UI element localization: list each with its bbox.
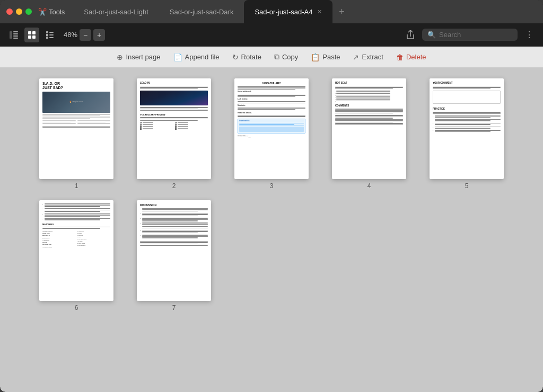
insert-page-icon: ⊕ [117,53,123,61]
grid-view-button[interactable] [24,28,39,42]
page-number-6: 6 [75,304,78,311]
toolbar: 48% − + 🔍 ⋮ [0,23,543,47]
actions-bar: ⊕ Insert page 📄 Append file ↻ Rotate ⧉ C… [0,47,543,68]
zoom-area: 48% − + [64,29,105,41]
page-item-1[interactable]: S.A.D. ORJUST SAD? 🔥 campfire scene [33,78,120,190]
scissors-icon: ✂️ [38,8,47,16]
zoom-out-button[interactable]: − [80,29,91,41]
add-tab-button[interactable]: + [335,4,349,19]
copy-button[interactable]: ⧉ Copy [274,52,298,61]
page-item-6[interactable]: 5. 6. 7. 8. MATCHING [33,200,120,311]
page-number-7: 7 [172,304,176,311]
page-thumb-2: LEAD-IN VOCABULARY PREVIEW [137,78,211,179]
page-thumb-3: VOCABULARY Social withdrawal: Lack of dr… [234,78,309,179]
search-icon: 🔍 [427,31,436,39]
page-number-2: 2 [172,182,176,190]
svg-rect-14 [49,37,54,38]
traffic-lights [6,8,32,15]
svg-rect-2 [13,33,18,34]
svg-rect-9 [46,31,48,33]
append-file-icon: 📄 [173,53,182,61]
page-item-3[interactable]: VOCABULARY Social withdrawal: Lack of dr… [228,78,315,190]
extract-icon: ↗ [353,53,359,61]
search-box: 🔍 [422,29,518,41]
page-item-7[interactable]: DISCUSSION 1. 2. 3. 4. 5. 6. 7. [130,200,217,311]
tab-close-icon[interactable]: ✕ [317,8,322,15]
svg-rect-0 [10,31,12,39]
svg-rect-1 [13,31,18,32]
svg-rect-4 [13,38,18,39]
tab-sad-dark[interactable]: Sad-or-just-sad-Dark [159,0,244,23]
svg-rect-6 [32,31,36,34]
share-button[interactable] [403,28,418,42]
page-number-4: 4 [367,182,371,190]
svg-rect-5 [28,31,31,34]
list-view-button[interactable] [42,28,57,42]
svg-rect-8 [32,35,36,39]
extract-button[interactable]: ↗ Extract [353,53,383,61]
rotate-icon: ↻ [232,53,239,61]
svg-rect-11 [46,34,48,36]
page-thumb-6: 5. 6. 7. 8. MATCHING [39,200,113,301]
close-button[interactable] [6,8,13,15]
svg-rect-13 [46,37,48,39]
minimize-button[interactable] [16,8,22,15]
pages-grid: S.A.D. ORJUST SAD? 🔥 campfire scene [33,78,510,311]
page-number-3: 3 [270,182,274,190]
zoom-in-button[interactable]: + [93,29,105,41]
more-options-button[interactable]: ⋮ [522,28,537,42]
tab-sad-a4[interactable]: Sad-or-just-sad-A4 ✕ [244,0,332,23]
content-area[interactable]: S.A.D. ORJUST SAD? 🔥 campfire scene [0,68,543,392]
page-item-2[interactable]: LEAD-IN VOCABULARY PREVIEW [130,78,217,190]
title-bar: ✂️ Tools Sad-or-just-sad-Light Sad-or-ju… [0,0,543,23]
page-item-5[interactable]: YOUR COMMENT PRACTICE 1. 2. [423,78,510,190]
main-window: ✂️ Tools Sad-or-just-sad-Light Sad-or-ju… [0,0,543,392]
copy-icon: ⧉ [274,52,279,61]
paste-button[interactable]: 📋 Paste [311,53,340,61]
maximize-button[interactable] [25,8,32,15]
page-thumb-1: S.A.D. ORJUST SAD? 🔥 campfire scene [39,78,113,179]
delete-icon: 🗑 [396,53,404,61]
page-item-4[interactable]: HOT SEAT • • • • • • COMMENTS [326,78,413,190]
page-thumb-5: YOUR COMMENT PRACTICE 1. 2. [430,78,504,179]
page-number-1: 1 [75,182,78,190]
insert-page-button[interactable]: ⊕ Insert page [117,53,160,61]
page-thumb-4: HOT SEAT • • • • • • COMMENTS [332,78,406,179]
sidebar-toggle-button[interactable] [6,28,21,42]
append-file-button[interactable]: 📄 Append file [173,53,220,61]
tabs-area: Sad-or-just-sad-Light Sad-or-just-sad-Da… [73,0,537,23]
toolbar-right: 🔍 ⋮ [403,28,537,42]
svg-rect-7 [28,35,31,39]
search-input[interactable] [439,31,513,39]
svg-rect-10 [49,32,54,33]
paste-icon: 📋 [311,53,320,61]
svg-rect-12 [49,34,54,35]
page-number-5: 5 [465,182,469,190]
svg-rect-3 [13,35,18,37]
toolbar-left [6,28,57,42]
page-thumb-7: DISCUSSION 1. 2. 3. 4. 5. 6. 7. [137,200,211,301]
tools-menu[interactable]: ✂️ Tools [38,8,65,16]
delete-button[interactable]: 🗑 Delete [396,53,426,61]
rotate-button[interactable]: ↻ Rotate [232,53,261,61]
tab-sad-light[interactable]: Sad-or-just-sad-Light [73,0,159,23]
